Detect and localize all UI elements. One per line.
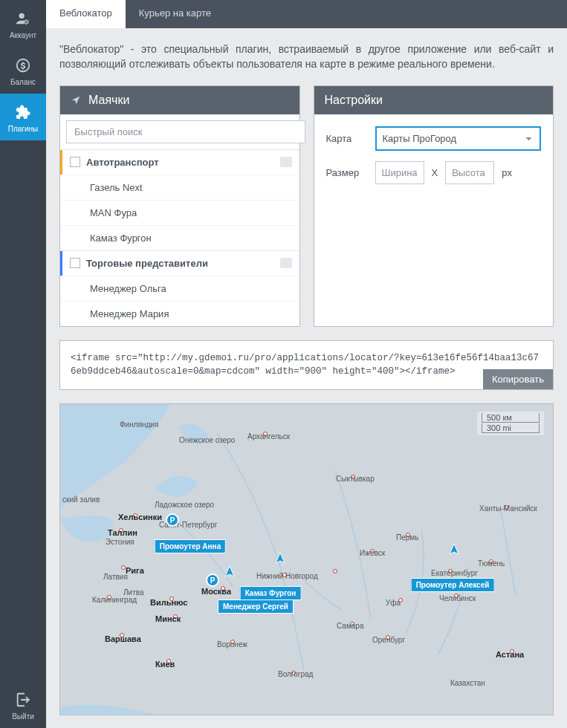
object-label[interactable]: Камаз Фургон — [240, 586, 302, 600]
sidebar-item-label: Плагины — [8, 125, 39, 133]
city-label-bold: Рига — [126, 566, 144, 575]
map-label: Карта — [326, 133, 368, 144]
city-label-bold: Таллин — [108, 528, 137, 537]
city-label: Архангельск — [247, 432, 290, 441]
sidebar-item-label: Баланс — [10, 78, 36, 86]
city-label-bold: Астана — [496, 650, 524, 659]
city-label-bold: Киев — [155, 660, 175, 669]
city-label-bold: Вильнюс — [150, 598, 187, 607]
tab-weblocator[interactable]: Веблокатор — [46, 0, 126, 28]
embed-code-box: <iframe src="http://my.gdemoi.ru/pro/app… — [59, 340, 554, 391]
beacons-title: Маячки — [88, 94, 129, 107]
px-label: px — [502, 167, 512, 178]
comment-icon[interactable] — [280, 157, 292, 167]
tree-item[interactable]: Менеджер Мария — [60, 301, 299, 326]
comment-icon[interactable] — [280, 258, 292, 268]
tree-item[interactable]: MAN Фура — [60, 200, 299, 225]
city-label: Ханты-Мансийск — [479, 504, 537, 513]
tree-item[interactable]: Камаз Фургон — [60, 225, 299, 250]
beacons-search-input[interactable] — [66, 120, 305, 143]
content: "Веблокатор" - это специальный плагин, в… — [46, 28, 567, 728]
height-input[interactable] — [445, 161, 494, 184]
city-label: Тюмень — [478, 559, 505, 568]
object-label[interactable]: Менеджер Сергей — [218, 599, 294, 614]
tab-courier-on-map[interactable]: Курьер на карте — [126, 0, 224, 28]
settings-panel: Настройки Карта Карты ПроГород Размер — [314, 85, 554, 327]
settings-header: Настройки — [314, 86, 554, 114]
object-label[interactable]: Промоутер Анна — [155, 539, 226, 553]
city-label: Нижний Новгород — [256, 572, 318, 580]
map-scale: 500 км 300 mi — [477, 412, 544, 435]
sidebar: Аккаунт Баланс Плагины Выйти — [0, 0, 46, 728]
arrow-marker-icon[interactable] — [224, 566, 236, 581]
user-gear-icon — [13, 9, 33, 28]
city-label: Казахстан — [450, 679, 485, 687]
city-label-bold: Москва — [201, 587, 231, 596]
object-label[interactable]: Промоутер Алексей — [411, 578, 495, 592]
city-label: Онежское озеро — [179, 436, 235, 444]
tabs: Веблокатор Курьер на карте — [46, 0, 567, 28]
group-title: Автотранспорт — [86, 157, 274, 168]
size-separator: X — [432, 167, 438, 178]
parking-marker-icon[interactable]: P — [206, 573, 219, 587]
group-checkbox[interactable] — [70, 157, 80, 167]
city-label: Сыктывкар — [336, 475, 375, 483]
sidebar-item-balance[interactable]: Баланс — [0, 47, 46, 94]
tree-item[interactable]: Менеджер Ольга — [60, 276, 299, 301]
city-label: ский залив — [62, 495, 100, 504]
city-label-bold: Хельсинки — [118, 513, 162, 521]
sidebar-item-label: Выйти — [12, 712, 34, 721]
sidebar-item-account[interactable]: Аккаунт — [0, 0, 46, 47]
copy-button[interactable]: Копировать — [483, 369, 553, 389]
city-label: Волгоград — [278, 670, 313, 678]
width-input[interactable] — [375, 161, 424, 184]
city-label: Финляндия — [120, 420, 158, 429]
size-label: Размер — [326, 167, 368, 178]
beacons-header: Маячки — [60, 86, 299, 114]
city-dot — [333, 569, 337, 573]
scale-km: 500 км — [482, 413, 540, 423]
city-label: Воронеж — [217, 640, 247, 649]
main-area: Веблокатор Курьер на карте "Веблокатор" … — [46, 0, 567, 728]
logout-icon — [13, 690, 33, 709]
settings-title: Настройки — [325, 94, 383, 107]
tree-group-sales-reps[interactable]: Торговые представители — [60, 251, 299, 276]
city-label: Екатеринбург — [431, 569, 478, 577]
city-label: Челябинск — [439, 594, 476, 602]
city-label: Ижевск — [360, 549, 385, 557]
map-select[interactable]: Карты ПроГород — [375, 126, 542, 151]
sidebar-item-label: Аккаунт — [10, 31, 36, 39]
sidebar-item-logout[interactable]: Выйти — [0, 681, 46, 728]
city-label: Уфа — [386, 599, 401, 607]
sidebar-item-plugins[interactable]: Плагины — [0, 94, 46, 140]
puzzle-icon — [13, 103, 33, 122]
group-title: Торговые представители — [86, 258, 274, 269]
map-preview[interactable]: 500 км 300 mi ФинляндияОнежское озероАрх… — [59, 403, 554, 715]
arrow-marker-icon[interactable] — [274, 553, 286, 568]
city-label-bold: Минск — [155, 614, 181, 623]
tree-group-autotransport[interactable]: Автотранспорт — [60, 150, 299, 175]
tree-item[interactable]: Газель Next — [60, 175, 299, 200]
plugin-description: "Веблокатор" - это специальный плагин, в… — [59, 42, 554, 72]
arrow-marker-icon[interactable] — [448, 544, 460, 559]
city-label: Самара — [337, 622, 363, 630]
city-label: Пермь — [396, 533, 418, 542]
group-checkbox[interactable] — [70, 258, 80, 268]
embed-code-text[interactable]: <iframe src="http://my.gdemoi.ru/pro/app… — [71, 351, 542, 390]
beacons-panel: Маячки Автотранспорт Газель Next MAN Фур… — [59, 85, 300, 327]
city-label: Оренбург — [372, 636, 405, 644]
dollar-circle-icon — [13, 56, 33, 75]
city-label: Латвия — [103, 573, 128, 581]
city-label: Калининград — [92, 596, 137, 604]
location-arrow-icon — [71, 94, 82, 106]
parking-marker-icon[interactable]: P — [166, 513, 179, 527]
scale-mi: 300 mi — [482, 423, 540, 433]
city-label-bold: Варшава — [105, 634, 141, 643]
city-label: Эстония — [106, 538, 135, 546]
city-label: Ладожское озеро — [155, 501, 214, 509]
